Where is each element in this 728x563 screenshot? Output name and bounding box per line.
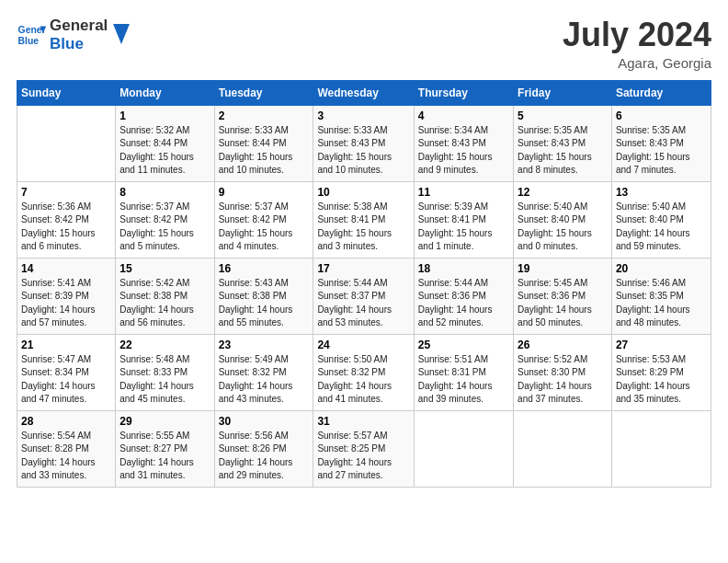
day-info: Sunrise: 5:38 AMSunset: 8:41 PMDaylight:… [317,201,409,254]
calendar-cell: 7Sunrise: 5:36 AMSunset: 8:42 PMDaylight… [17,181,116,258]
day-number: 25 [418,339,509,351]
logo-icon: General Blue [17,20,46,50]
calendar-cell: 30Sunrise: 5:56 AMSunset: 8:26 PMDayligh… [214,410,313,487]
title-block: July 2024 Agara, Georgia [563,17,711,71]
day-number: 20 [616,262,707,275]
day-info: Sunrise: 5:41 AMSunset: 8:39 PMDaylight:… [21,277,111,330]
day-number: 4 [418,109,509,122]
day-number: 11 [418,186,509,199]
day-info: Sunrise: 5:57 AMSunset: 8:25 PMDaylight:… [317,430,409,483]
day-number: 16 [219,262,310,275]
calendar-cell: 11Sunrise: 5:39 AMSunset: 8:41 PMDayligh… [414,181,513,258]
day-info: Sunrise: 5:51 AMSunset: 8:31 PMDaylight:… [418,353,509,407]
day-info: Sunrise: 5:32 AMSunset: 8:44 PMDaylight:… [119,124,210,178]
day-info: Sunrise: 5:40 AMSunset: 8:40 PMDaylight:… [518,201,608,254]
day-number: 12 [518,186,608,199]
day-number: 18 [418,262,509,275]
header: General Blue General Blue July 2024 Agar… [17,17,711,71]
calendar-cell: 13Sunrise: 5:40 AMSunset: 8:40 PMDayligh… [611,181,711,258]
weekday-header-saturday: Saturday [611,80,711,105]
calendar-cell: 25Sunrise: 5:51 AMSunset: 8:31 PMDayligh… [414,334,513,410]
calendar-cell: 6Sunrise: 5:35 AMSunset: 8:43 PMDaylight… [611,105,711,181]
calendar-cell [17,105,116,181]
calendar-cell: 14Sunrise: 5:41 AMSunset: 8:39 PMDayligh… [17,258,116,334]
calendar-cell [611,410,711,487]
day-number: 15 [119,262,210,275]
day-info: Sunrise: 5:33 AMSunset: 8:43 PMDaylight:… [317,124,409,178]
calendar-cell: 27Sunrise: 5:53 AMSunset: 8:29 PMDayligh… [611,334,711,410]
day-info: Sunrise: 5:34 AMSunset: 8:43 PMDaylight:… [418,124,509,178]
day-number: 26 [518,339,608,351]
calendar-cell: 19Sunrise: 5:45 AMSunset: 8:36 PMDayligh… [514,258,612,334]
calendar-cell: 22Sunrise: 5:48 AMSunset: 8:33 PMDayligh… [116,334,214,410]
calendar-cell: 26Sunrise: 5:52 AMSunset: 8:30 PMDayligh… [514,334,612,410]
calendar-cell: 29Sunrise: 5:55 AMSunset: 8:27 PMDayligh… [116,410,214,487]
day-info: Sunrise: 5:45 AMSunset: 8:36 PMDaylight:… [518,277,608,330]
calendar-cell: 31Sunrise: 5:57 AMSunset: 8:25 PMDayligh… [313,410,414,487]
page: General Blue General Blue July 2024 Agar… [0,0,728,563]
calendar-cell: 23Sunrise: 5:49 AMSunset: 8:32 PMDayligh… [214,334,313,410]
calendar-cell: 8Sunrise: 5:37 AMSunset: 8:42 PMDaylight… [116,181,214,258]
day-info: Sunrise: 5:44 AMSunset: 8:37 PMDaylight:… [317,277,409,330]
location: Agara, Georgia [563,55,711,71]
day-number: 6 [616,109,707,122]
day-number: 7 [21,186,111,199]
svg-text:Blue: Blue [18,35,40,45]
day-info: Sunrise: 5:35 AMSunset: 8:43 PMDaylight:… [518,124,608,178]
week-row-3: 14Sunrise: 5:41 AMSunset: 8:39 PMDayligh… [17,258,711,334]
calendar-cell: 2Sunrise: 5:33 AMSunset: 8:44 PMDaylight… [214,105,313,181]
calendar-cell: 20Sunrise: 5:46 AMSunset: 8:35 PMDayligh… [611,258,711,334]
calendar-cell: 18Sunrise: 5:44 AMSunset: 8:36 PMDayligh… [414,258,513,334]
day-number: 19 [518,262,608,275]
svg-marker-3 [113,24,130,44]
day-info: Sunrise: 5:36 AMSunset: 8:42 PMDaylight:… [21,201,111,254]
day-info: Sunrise: 5:37 AMSunset: 8:42 PMDaylight:… [219,201,310,254]
day-number: 5 [518,109,608,122]
calendar-cell: 17Sunrise: 5:44 AMSunset: 8:37 PMDayligh… [313,258,414,334]
day-info: Sunrise: 5:48 AMSunset: 8:33 PMDaylight:… [119,353,210,407]
day-info: Sunrise: 5:55 AMSunset: 8:27 PMDaylight:… [119,430,210,483]
day-number: 1 [119,109,210,122]
logo: General Blue General Blue [17,17,130,52]
calendar-cell: 1Sunrise: 5:32 AMSunset: 8:44 PMDaylight… [116,105,214,181]
day-info: Sunrise: 5:42 AMSunset: 8:38 PMDaylight:… [119,277,210,330]
day-number: 21 [21,339,111,351]
day-info: Sunrise: 5:35 AMSunset: 8:43 PMDaylight:… [616,124,707,178]
day-info: Sunrise: 5:39 AMSunset: 8:41 PMDaylight:… [418,201,509,254]
month-title: July 2024 [563,17,711,53]
day-number: 3 [317,109,409,122]
calendar-cell: 10Sunrise: 5:38 AMSunset: 8:41 PMDayligh… [313,181,414,258]
calendar-cell [514,410,612,487]
day-info: Sunrise: 5:53 AMSunset: 8:29 PMDaylight:… [616,353,707,407]
day-number: 22 [119,339,210,351]
day-info: Sunrise: 5:40 AMSunset: 8:40 PMDaylight:… [616,201,707,254]
calendar-cell: 3Sunrise: 5:33 AMSunset: 8:43 PMDaylight… [313,105,414,181]
calendar-cell: 5Sunrise: 5:35 AMSunset: 8:43 PMDaylight… [514,105,612,181]
day-number: 9 [219,186,310,199]
day-number: 27 [616,339,707,351]
calendar-cell: 24Sunrise: 5:50 AMSunset: 8:32 PMDayligh… [313,334,414,410]
day-info: Sunrise: 5:49 AMSunset: 8:32 PMDaylight:… [219,353,310,407]
week-row-1: 1Sunrise: 5:32 AMSunset: 8:44 PMDaylight… [17,105,711,181]
day-number: 23 [219,339,310,351]
weekday-header-sunday: Sunday [17,80,116,105]
day-number: 2 [219,109,310,122]
day-info: Sunrise: 5:46 AMSunset: 8:35 PMDaylight:… [616,277,707,330]
weekday-header-row: SundayMondayTuesdayWednesdayThursdayFrid… [17,80,711,105]
day-number: 17 [317,262,409,275]
day-number: 14 [21,262,111,275]
calendar-table: SundayMondayTuesdayWednesdayThursdayFrid… [17,80,711,488]
day-number: 29 [119,415,210,428]
calendar-cell: 21Sunrise: 5:47 AMSunset: 8:34 PMDayligh… [17,334,116,410]
day-number: 10 [317,186,409,199]
weekday-header-thursday: Thursday [414,80,513,105]
logo-general: General [50,17,108,35]
calendar-cell: 28Sunrise: 5:54 AMSunset: 8:28 PMDayligh… [17,410,116,487]
day-info: Sunrise: 5:50 AMSunset: 8:32 PMDaylight:… [317,353,409,407]
day-info: Sunrise: 5:54 AMSunset: 8:28 PMDaylight:… [21,430,111,483]
weekday-header-friday: Friday [514,80,612,105]
week-row-2: 7Sunrise: 5:36 AMSunset: 8:42 PMDaylight… [17,181,711,258]
day-number: 28 [21,415,111,428]
day-info: Sunrise: 5:43 AMSunset: 8:38 PMDaylight:… [219,277,310,330]
day-number: 13 [616,186,707,199]
